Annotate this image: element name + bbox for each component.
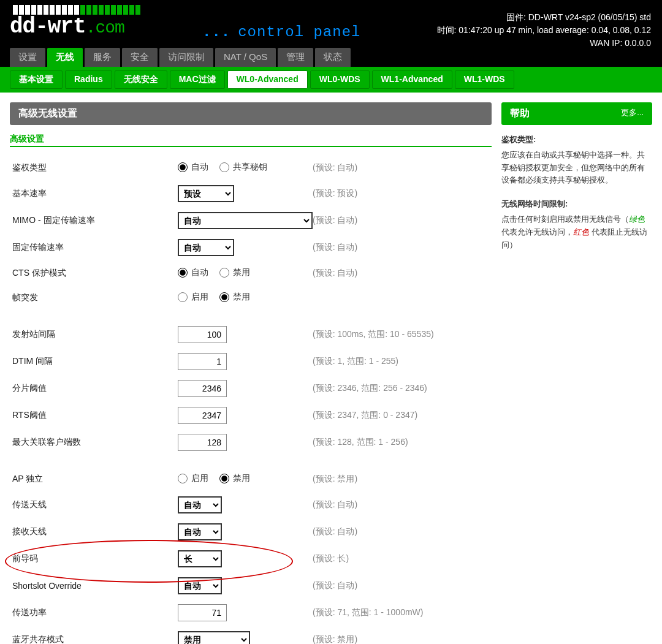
help-panel: 帮助 更多... 鉴权类型: 您应该在自动或共享秘钥中选择一种。共享秘钥授权更加…: [501, 102, 652, 644]
radio-burst-enable[interactable]: 启用: [178, 292, 208, 303]
subnav-wlsec[interactable]: 无线安全: [115, 70, 167, 89]
label-rts: RTS阈值: [12, 410, 178, 421]
label-preamble: 前导码: [12, 553, 178, 564]
header: dd-wrt.com ...control panel 固件: DD-WRT v…: [0, 0, 662, 48]
wan-text: WAN IP: 0.0.0.0: [437, 37, 651, 50]
row-txpower: 传送功率 (预设: 71, 范围: 1 - 1000mW): [10, 599, 492, 626]
help-h2: 无线网络时间限制:: [501, 198, 652, 211]
input-dtim[interactable]: [178, 353, 227, 370]
hint-baserate: (预设: 预设): [313, 188, 357, 199]
nav-natqos[interactable]: NAT / QoS: [215, 48, 276, 67]
input-beacon[interactable]: [178, 326, 227, 343]
label-txpower: 传送功率: [12, 607, 178, 618]
hint-txpower: (预设: 71, 范围: 1 - 1000mW): [313, 607, 423, 618]
select-shortslot[interactable]: 自动: [178, 577, 222, 594]
subnav-wl0wds[interactable]: WL0-WDS: [310, 70, 370, 89]
select-btcoex[interactable]: 禁用: [178, 631, 250, 644]
hint-cts: (预设: 自动): [313, 268, 357, 279]
label-auth: 鉴权类型: [12, 162, 178, 173]
subnav-wl0adv[interactable]: WL0-Advanced: [227, 70, 308, 89]
label-baserate: 基本速率: [12, 188, 178, 199]
subnav-radius[interactable]: Radius: [65, 70, 112, 89]
label-beacon: 发射站间隔: [12, 329, 178, 340]
row-fixrate: 固定传输速率 自动 (预设: 自动): [10, 234, 492, 261]
time-text: 时间: 01:47:20 up 47 min, load average: 0.…: [437, 24, 651, 37]
radio-cts-auto[interactable]: 自动: [178, 267, 208, 278]
hint-beacon: (预设: 100ms, 范围: 10 - 65535): [313, 329, 434, 340]
label-shortslot: Shortslot Override: [12, 581, 178, 591]
status-block: 固件: DD-WRT v24-sp2 (06/05/15) std 时间: 01…: [437, 11, 651, 50]
hint-txant: (预设: 自动): [313, 499, 357, 510]
label-rxant: 接收天线: [12, 526, 178, 537]
hint-shortslot: (预设: 自动): [313, 580, 357, 591]
row-burst: 帧突发 启用 禁用: [10, 286, 492, 310]
nav-admin[interactable]: 管理: [278, 48, 313, 67]
row-txant: 传送天线 自动 (预设: 自动): [10, 491, 492, 518]
hint-frag: (预设: 2346, 范围: 256 - 2346): [313, 383, 427, 394]
radio-apisolate-enable[interactable]: 启用: [178, 473, 208, 484]
label-frag: 分片阈值: [12, 383, 178, 394]
row-cts: CTS 保护模式 自动 禁用 (预设: 自动): [10, 261, 492, 286]
firmware-text: 固件: DD-WRT v24-sp2 (06/05/15) std: [437, 11, 651, 24]
help-more-link[interactable]: 更多...: [621, 107, 644, 120]
label-apisolate: AP 独立: [12, 474, 178, 485]
label-burst: 帧突发: [12, 292, 178, 303]
help-time: 无线网络时间限制: 点击任何时刻启用或禁用无线信号（绿色 代表允许无线访问，红色…: [501, 198, 652, 251]
hint-rts: (预设: 2347, 范围: 0 - 2347): [313, 410, 417, 421]
hint-apisolate: (预设: 禁用): [313, 474, 357, 485]
input-maxassoc[interactable]: [178, 434, 227, 451]
content-area: 高级无线设置 高级设置 鉴权类型 自动 共享秘钥 (预设: 自动) 基本速率 预…: [0, 93, 662, 644]
subnav-basic[interactable]: 基本设置: [10, 70, 63, 89]
row-preamble: 前导码 长 (预设: 长): [10, 545, 492, 572]
label-fixrate: 固定传输速率: [12, 242, 178, 253]
label-dtim: DTIM 间隔: [12, 356, 178, 367]
label-btcoex: 蓝牙共存模式: [12, 634, 178, 644]
select-preamble[interactable]: 长: [178, 550, 222, 567]
help-h1: 鉴权类型:: [501, 134, 652, 146]
select-baserate[interactable]: 预设: [178, 185, 234, 202]
main-nav: 设置 无线 服务 安全 访问限制 NAT / QoS 管理 状态: [0, 48, 662, 67]
row-shortslot: Shortslot Override 自动 (预设: 自动): [10, 572, 492, 599]
radio-auth-auto[interactable]: 自动: [178, 162, 208, 173]
radio-burst-disable[interactable]: 禁用: [219, 292, 250, 303]
radio-apisolate-disable[interactable]: 禁用: [219, 473, 250, 484]
help-title: 帮助 更多...: [501, 102, 652, 125]
settings-panel: 高级无线设置 高级设置 鉴权类型 自动 共享秘钥 (预设: 自动) 基本速率 预…: [10, 102, 492, 644]
radio-auth-shared[interactable]: 共享秘钥: [219, 162, 267, 173]
row-dtim: DTIM 间隔 (预设: 1, 范围: 1 - 255): [10, 348, 492, 375]
input-txpower[interactable]: [178, 604, 227, 621]
select-txant[interactable]: 自动: [178, 496, 222, 513]
row-rxant: 接收天线 自动 (预设: 自动): [10, 518, 492, 545]
hint-rxant: (预设: 自动): [313, 526, 357, 537]
nav-setup[interactable]: 设置: [10, 48, 45, 67]
nav-services[interactable]: 服务: [85, 48, 120, 67]
row-mimo: MIMO - 固定传输速率 自动 (预设: 自动): [10, 207, 492, 234]
row-maxassoc: 最大关联客户端数 (预设: 128, 范围: 1 - 256): [10, 429, 492, 456]
hint-dtim: (预设: 1, 范围: 1 - 255): [313, 356, 398, 367]
select-mimo[interactable]: 自动: [178, 212, 313, 229]
nav-wireless[interactable]: 无线: [47, 48, 83, 67]
row-auth: 鉴权类型 自动 共享秘钥 (预设: 自动): [10, 156, 492, 180]
select-fixrate[interactable]: 自动: [178, 239, 234, 256]
control-panel-label: ...control panel: [202, 24, 360, 40]
row-beacon: 发射站间隔 (预设: 100ms, 范围: 10 - 65535): [10, 321, 492, 348]
subnav-mac[interactable]: MAC过滤: [170, 70, 225, 89]
nav-status[interactable]: 状态: [315, 48, 351, 67]
nav-access[interactable]: 访问限制: [159, 48, 213, 67]
hint-auth: (预设: 自动): [313, 162, 357, 173]
input-rts[interactable]: [178, 407, 227, 424]
subnav-wl1wds[interactable]: WL1-WDS: [455, 70, 514, 89]
section-label: 高级设置: [10, 134, 492, 147]
nav-security[interactable]: 安全: [122, 48, 158, 67]
select-rxant[interactable]: 自动: [178, 523, 222, 540]
row-frag: 分片阈值 (预设: 2346, 范围: 256 - 2346): [10, 375, 492, 402]
subnav-wl1adv[interactable]: WL1-Advanced: [372, 70, 452, 89]
input-frag[interactable]: [178, 380, 227, 397]
help-auth: 鉴权类型: 您应该在自动或共享秘钥中选择一种。共享秘钥授权更加安全，但您网络中的…: [501, 134, 652, 187]
sub-nav: 基本设置 Radius 无线安全 MAC过滤 WL0-Advanced WL0-…: [0, 67, 662, 93]
panel-title: 高级无线设置: [10, 102, 492, 125]
label-txant: 传送天线: [12, 499, 178, 510]
help-title-text: 帮助: [510, 107, 530, 120]
radio-cts-disable[interactable]: 禁用: [219, 267, 250, 278]
row-baserate: 基本速率 预设 (预设: 预设): [10, 180, 492, 207]
